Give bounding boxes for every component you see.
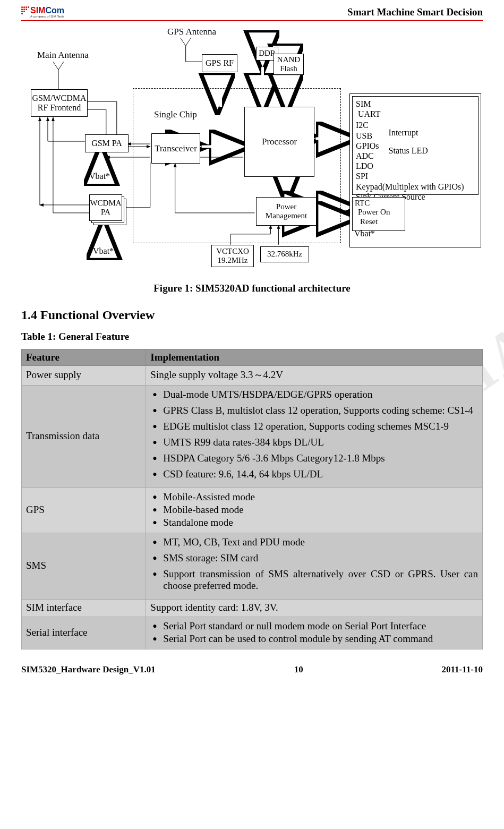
box-rf-frontend: GSM/WCDMA RF Frontend [31, 89, 88, 117]
doc-header-title: Smart Machine Smart Decision [347, 6, 483, 18]
figure-caption: Figure 1: SIM5320AD functional architect… [21, 283, 483, 294]
io-spi: SPI [356, 171, 379, 181]
io-gpios: GPIOs [356, 141, 379, 151]
table-row: SMS MT, MO, CB, Text and PDU mode SMS st… [22, 533, 483, 600]
io-adc: ADC [356, 151, 379, 161]
simcom-logo: SIMCom A company of SIM Tech [21, 6, 64, 18]
th-impl: Implementation [146, 349, 483, 366]
table-row: Power supply Single supply voltage 3.3～4… [22, 366, 483, 386]
box-transceiver: Transceiver [151, 133, 200, 164]
box-gsm-pa: GSM PA [85, 134, 129, 152]
th-feature: Feature [22, 349, 146, 366]
table-header-row: Feature Implementation [22, 349, 483, 366]
cell-feature: GPS [22, 488, 146, 533]
io-sim: SIM [356, 99, 475, 109]
general-feature-table: Feature Implementation Power supply Sing… [21, 349, 483, 649]
label-vbat-2: Vbat* [93, 246, 114, 256]
io-interrupt: Interrupt [389, 127, 428, 138]
cell-impl: MT, MO, CB, Text and PDU mode SMS storag… [146, 533, 483, 600]
list-item: Serial Port can be used to control modul… [150, 633, 478, 645]
box-wcdma-pa: WCDMA PA [89, 194, 122, 221]
list-item: Standalone mode [150, 517, 478, 528]
svg-line-0 [53, 62, 58, 70]
page-header: SIMCom A company of SIM Tech Smart Machi… [21, 6, 483, 21]
svg-line-3 [181, 38, 186, 46]
architecture-diagram: Main Antenna GPS Antenna GPS RF DDR NAND… [21, 24, 483, 279]
label-vbat-3: Vbat* [354, 229, 375, 238]
box-gps-rf: GPS RF [202, 54, 237, 72]
box-vctcxo: VCTCXO 19.2MHz [211, 245, 254, 267]
table-row: Transmission data Dual-mode UMTS/HSDPA/E… [22, 386, 483, 488]
cell-feature: Power supply [22, 366, 146, 386]
list-item: CSD feature: 9.6, 14.4, 64 kbps UL/DL [150, 468, 478, 480]
box-rtc: RTC Power On Reset [352, 197, 405, 231]
list-item: MT, MO, CB, Text and PDU mode [150, 536, 478, 548]
cell-feature: Transmission data [22, 386, 146, 488]
table-row: SIM interface Support identity card: 1.8… [22, 600, 483, 617]
section-heading: 1.4 Functional Overview [21, 308, 483, 322]
box-nand-flash: NAND Flash [274, 54, 304, 75]
cell-impl: Dual-mode UMTS/HSDPA/EDGE/GPRS operation… [146, 386, 483, 488]
box-processor: Processor [244, 107, 314, 177]
cell-feature: SIM interface [22, 600, 146, 617]
cell-feature: Serial interface [22, 617, 146, 649]
io-usb: USB [356, 131, 379, 141]
list-item: Serial Port standard or null modem mode … [150, 620, 478, 632]
list-item: Mobile-Assisted mode [150, 491, 478, 503]
table-row: GPS Mobile-Assisted mode Mobile-based mo… [22, 488, 483, 533]
io-i2c: I2C [356, 120, 379, 130]
footer-date: 2011-11-10 [442, 664, 483, 675]
list-item: GPRS Class B, multislot class 12 operati… [150, 405, 478, 416]
io-ldo: LDO [356, 161, 379, 171]
footer-page-no: 10 [294, 664, 303, 675]
label-vbat-1: Vbat* [89, 172, 110, 181]
cell-impl: Mobile-Assisted mode Mobile-based mode S… [146, 488, 483, 533]
svg-line-4 [186, 38, 191, 46]
io-keypad: Keypad(Multiplex with GPIOs) [356, 182, 475, 192]
cell-feature: SMS [22, 533, 146, 600]
table-caption: Table 1: General Feature [21, 331, 483, 343]
list-item: UMTS R99 data rates-384 kbps DL/UL [150, 437, 478, 448]
label-main-antenna: Main Antenna [37, 50, 89, 61]
label-gps-antenna: GPS Antenna [167, 27, 216, 37]
footer-doc: SIM5320_Hardware Design_V1.01 [21, 664, 156, 675]
list-item: HSDPA Category 5/6 -3.6 Mbps Category12-… [150, 452, 478, 464]
page-footer: SIM5320_Hardware Design_V1.01 10 2011-11… [21, 664, 483, 675]
box-power-mgmt: Power Management [256, 197, 317, 226]
table-row: Serial interface Serial Port standard or… [22, 617, 483, 649]
label-single-chip: Single Chip [154, 109, 197, 120]
box-32khz: 32.768kHz [260, 246, 309, 262]
cell-impl: Single supply voltage 3.3～4.2V [146, 366, 483, 386]
list-item: SMS storage: SIM card [150, 552, 478, 564]
list-item: Support transmission of SMS alternativel… [150, 568, 478, 592]
cell-impl: Support identity card: 1.8V, 3V. [146, 600, 483, 617]
list-item: EDGE multislot class 12 operation, Suppo… [150, 421, 478, 432]
svg-line-1 [58, 62, 64, 70]
list-item: Dual-mode UMTS/HSDPA/EDGE/GPRS operation [150, 389, 478, 400]
io-status-led: Status LED [389, 146, 428, 156]
io-uart: UART [356, 109, 475, 119]
cell-impl: Serial Port standard or null modem mode … [146, 617, 483, 649]
list-item: Mobile-based mode [150, 504, 478, 516]
